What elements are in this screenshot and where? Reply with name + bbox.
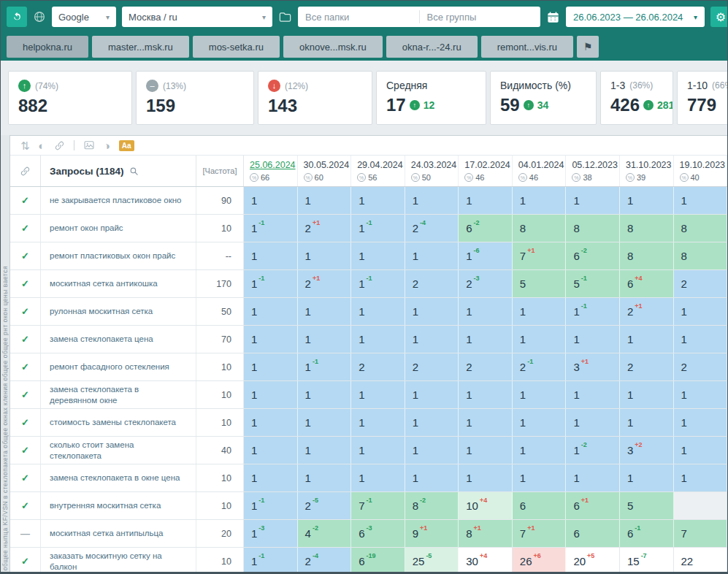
position-cell[interactable]: 1 [351,409,405,436]
region-select[interactable]: Москва / ru ▾ [122,7,272,27]
position-cell[interactable]: 1 [459,381,513,408]
position-cell[interactable]: 1 [459,437,513,464]
position-cell[interactable]: 2 [405,270,459,297]
position-cell[interactable]: 20+5 [566,548,620,572]
position-cell[interactable]: 1 [674,298,728,325]
row-checkbox[interactable]: ✓ [10,298,41,325]
position-cell[interactable]: 1-1 [298,353,352,380]
position-cell[interactable]: 2+1 [620,298,674,325]
position-cell[interactable]: 6 [513,492,567,519]
position-cell[interactable]: 1 [405,326,459,353]
position-cell[interactable]: 1 [566,187,620,214]
position-cell[interactable]: 1 [513,409,567,436]
row-checkbox[interactable]: ✓ [10,242,41,269]
position-cell[interactable]: 1 [244,242,298,269]
query-cell[interactable]: замена стеклопакета в окне цена [41,464,196,491]
position-cell[interactable] [674,492,728,519]
search-engine-select[interactable]: Google ▾ [52,7,116,27]
stat-card[interactable]: Средняя17↑12 [376,71,486,125]
position-cell[interactable]: 1 [513,437,567,464]
query-text[interactable]: замена стеклопакета в окне цена [50,472,180,483]
query-text[interactable]: ремонт окон прайс [50,223,123,234]
position-cell[interactable]: 2+1 [298,215,352,242]
position-cell[interactable]: 1 [405,242,459,269]
position-cell[interactable]: 1 [620,326,674,353]
position-cell[interactable]: 1 [244,187,298,214]
position-cell[interactable]: 30+4 [459,548,513,572]
query-text[interactable]: москитная сетка антипыльца [50,528,163,539]
date-column-header[interactable]: 05.12.2023%38 [566,156,620,186]
query-cell[interactable]: стоимость замены стеклопакета [41,409,196,436]
refresh-button[interactable] [7,7,27,27]
group-tabs-strip[interactable]: общее ныпца KF/VSN в стеклопакета общее … [1,135,9,572]
query-cell[interactable]: ремонт фасадного остекления [41,353,196,380]
date-column-header[interactable]: 24.03.2024%50 [405,156,459,186]
settings-button[interactable]: ⚙ [710,7,728,27]
position-cell[interactable]: 1 [566,381,620,408]
position-cell[interactable]: 2-1 [513,353,567,380]
position-cell[interactable]: 1 [351,437,405,464]
link-icon[interactable] [54,140,65,151]
position-cell[interactable]: 1-2 [566,437,620,464]
contrast-icon[interactable]: ◑ [104,140,110,151]
position-cell[interactable]: 1 [298,187,352,214]
position-cell[interactable]: 1 [244,298,298,325]
position-cell[interactable]: 2+1 [298,270,352,297]
position-cell[interactable]: 1 [298,409,352,436]
query-text[interactable]: замена стеклопакета цена [50,334,153,345]
position-cell[interactable]: 2 [620,353,674,380]
position-cell[interactable]: 7+1 [513,520,567,547]
position-cell[interactable]: 1 [298,242,352,269]
project-tab[interactable]: okna-r...-24.ru [386,36,478,58]
position-cell[interactable]: 5 [620,492,674,519]
position-cell[interactable]: 8 [674,215,728,242]
folders-filter-input[interactable] [298,7,419,27]
position-cell[interactable]: 1 [405,464,459,491]
query-text[interactable]: замена стеклопакета в деревянном окне [50,384,184,406]
position-cell[interactable]: 7+1 [513,242,567,269]
position-cell[interactable]: 7-1 [351,492,405,519]
position-cell[interactable]: 2 [405,353,459,380]
position-cell[interactable]: 1 [298,437,352,464]
date-column-header[interactable]: 19.10.2023%40 [674,156,728,186]
query-text[interactable]: не закрывается пластиковое окно [50,195,181,206]
position-cell[interactable]: 8 [566,215,620,242]
position-cell[interactable]: 1-1 [244,548,298,572]
position-cell[interactable]: 7 [674,520,728,547]
position-cell[interactable]: 6 [566,520,620,547]
stat-card[interactable]: 1-3(36%)426↑281 [600,71,673,125]
position-cell[interactable]: 1 [674,381,728,408]
date-column-header[interactable]: 25.06.2024%66 [244,156,298,186]
position-cell[interactable]: 1 [513,187,567,214]
position-cell[interactable]: 4-2 [298,520,352,547]
row-checkbox[interactable]: ✓ [10,492,41,519]
position-cell[interactable]: 1 [351,242,405,269]
frequency-column-header[interactable]: [Частота] [196,156,244,186]
groups-filter-input[interactable] [420,7,541,27]
date-column-header[interactable]: 30.05.2024%60 [298,156,352,186]
position-cell[interactable]: 6+1 [566,492,620,519]
date-column-header[interactable]: 31.10.2023%39 [620,156,674,186]
position-cell[interactable]: 1 [298,381,352,408]
project-tab[interactable]: master...msk.ru [92,36,189,58]
position-cell[interactable]: 1 [244,381,298,408]
query-cell[interactable]: сколько стоит замена стеклопакета [41,437,196,464]
position-cell[interactable]: 6-19 [351,548,405,572]
date-column-header[interactable]: 29.04.2024%56 [351,156,405,186]
position-cell[interactable]: 8 [674,242,728,269]
position-cell[interactable]: 1 [405,437,459,464]
position-cell[interactable]: 1 [620,381,674,408]
position-cell[interactable]: 1 [405,298,459,325]
position-cell[interactable]: 8 [513,215,567,242]
position-cell[interactable]: 1 [459,326,513,353]
position-cell[interactable]: 6+4 [620,270,674,297]
position-cell[interactable]: 15-7 [620,548,674,572]
flag-button[interactable]: ⚑ [577,36,599,58]
position-cell[interactable]: 2 [674,270,728,297]
position-cell[interactable]: 1 [298,298,352,325]
query-cell[interactable]: москитная сетка антикошка [41,270,196,297]
position-cell[interactable]: 1 [674,437,728,464]
date-column-header[interactable]: 17.02.2024%46 [459,156,513,186]
text-format-icon[interactable]: Aa [119,140,134,151]
position-cell[interactable]: 8 [620,242,674,269]
